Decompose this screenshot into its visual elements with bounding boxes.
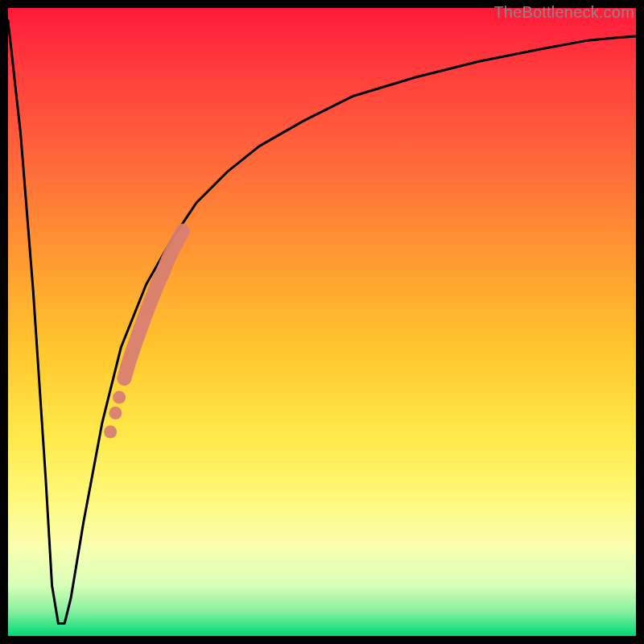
bottleneck-curve <box>8 21 636 624</box>
marker-dots <box>104 231 183 439</box>
svg-point-1 <box>109 407 122 419</box>
chart-svg <box>8 8 636 636</box>
svg-point-2 <box>104 426 117 439</box>
chart-plot-area <box>8 8 636 636</box>
svg-point-0 <box>113 391 126 404</box>
watermark-text: TheBottleneck.com <box>493 3 634 22</box>
